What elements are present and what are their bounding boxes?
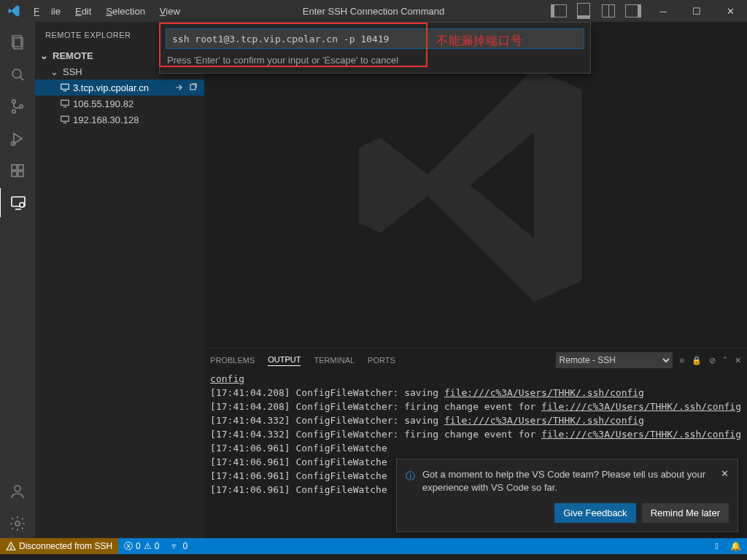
menu-bar: File Edit Selection View — [28, 3, 186, 20]
tab-terminal[interactable]: TERMINAL — [314, 356, 355, 365]
svg-rect-19 — [190, 85, 196, 90]
ssh-host-label: 192.168.30.128 — [73, 114, 139, 125]
layout-bottom-icon[interactable] — [572, 0, 595, 22]
ssh-host-label: 3.tcp.vip.cpolar.cn — [73, 82, 149, 93]
connect-arrow-icon[interactable] — [174, 82, 184, 93]
source-control-icon[interactable] — [0, 92, 35, 121]
annotation-text: 不能漏掉端口号 — [436, 34, 523, 49]
svg-rect-20 — [61, 100, 69, 105]
toast-message: Got a moment to help the VS Code team? P… — [422, 468, 713, 494]
layout-left-icon[interactable] — [547, 0, 570, 22]
status-remote-label: Disconnected from SSH — [19, 541, 112, 551]
vscode-watermark-icon — [343, 52, 608, 318]
tab-output[interactable]: OUTPUT — [268, 355, 301, 366]
svg-point-25 — [10, 548, 11, 549]
extensions-icon[interactable] — [0, 156, 35, 185]
title-bar: File Edit Selection View Enter SSH Conne… — [0, 0, 747, 22]
monitor-icon — [60, 82, 70, 93]
bottom-panel: PROBLEMS OUTPUT TERMINAL PORTS Remote - … — [204, 348, 747, 538]
sidebar: REMOTE EXPLORER ⌄REMOTE ⌄SSH 3.tcp.vip.c… — [35, 22, 204, 538]
settings-gear-icon[interactable] — [0, 509, 35, 538]
panel-expand-icon[interactable]: ˄ — [723, 356, 727, 365]
quick-input-hint: Press 'Enter' to confirm your input or '… — [160, 55, 590, 73]
feedback-toast: ⓘ Got a moment to help the VS Code team?… — [396, 459, 738, 532]
error-count-icon: ⓧ — [124, 540, 133, 553]
vscode-logo-icon — [7, 4, 20, 18]
window-title: Enter SSH Connection Command — [303, 6, 444, 17]
quick-input: ssh root1@3.tcp.vip.cpolar.cn -p 10419 P… — [159, 22, 591, 74]
info-icon: ⓘ — [406, 470, 415, 483]
remind-later-button[interactable]: Remind Me later — [642, 503, 729, 523]
editor-area: PROBLEMS OUTPUT TERMINAL PORTS Remote - … — [204, 22, 747, 538]
lock-icon[interactable]: 🔒 — [692, 356, 702, 365]
monitor-icon — [60, 114, 70, 125]
tab-ports[interactable]: PORTS — [368, 356, 395, 365]
svg-point-5 — [12, 110, 16, 114]
tab-problems[interactable]: PROBLEMS — [210, 356, 255, 365]
menu-edit[interactable]: Edit — [69, 3, 97, 20]
menu-selection[interactable]: Selection — [100, 3, 150, 20]
output-channel-select[interactable]: Remote - SSH — [556, 352, 673, 368]
search-icon[interactable] — [0, 60, 35, 89]
ssh-host-row[interactable]: 106.55.190.82 — [35, 96, 204, 112]
explorer-icon[interactable] — [0, 28, 35, 57]
menu-view[interactable]: View — [154, 3, 186, 20]
clear-icon[interactable]: ⊘ — [709, 356, 716, 365]
svg-line-3 — [20, 77, 23, 80]
panel-close-icon[interactable]: ✕ — [735, 356, 741, 365]
ssh-host-label: 106.55.190.82 — [73, 98, 133, 109]
svg-rect-9 — [12, 171, 17, 176]
svg-rect-22 — [61, 116, 69, 121]
svg-rect-11 — [18, 165, 23, 170]
ssh-host-row[interactable]: 192.168.30.128 — [35, 112, 204, 128]
tree-group-label: SSH — [63, 66, 82, 77]
tree-section-label: REMOTE — [53, 50, 93, 61]
give-feedback-button[interactable]: Give Feedback — [554, 503, 635, 523]
svg-point-7 — [12, 142, 15, 146]
status-bell-icon[interactable]: 🔔 — [724, 541, 747, 551]
window-close[interactable]: ✕ — [713, 0, 747, 22]
svg-point-6 — [20, 105, 23, 109]
monitor-icon — [60, 98, 70, 109]
layout-split-icon[interactable] — [597, 0, 620, 22]
accounts-icon[interactable] — [0, 477, 35, 506]
status-remote[interactable]: Disconnected from SSH — [0, 538, 118, 554]
antenna-icon: ᯤ — [171, 541, 179, 551]
ssh-host-row[interactable]: 3.tcp.vip.cpolar.cn — [35, 79, 204, 96]
layout-right-icon[interactable] — [622, 0, 645, 22]
menu-file[interactable]: File — [28, 3, 66, 20]
new-window-icon[interactable] — [188, 82, 198, 93]
svg-rect-8 — [12, 165, 17, 170]
remote-explorer-icon[interactable] — [0, 188, 36, 217]
svg-point-4 — [12, 100, 16, 104]
status-ports[interactable]: ᯤ0 — [165, 538, 193, 554]
warning-icon — [6, 541, 16, 551]
svg-point-16 — [15, 521, 20, 526]
run-debug-icon[interactable] — [0, 124, 35, 153]
svg-point-15 — [15, 486, 20, 491]
status-feedback-icon[interactable]: 𖨫 — [710, 541, 724, 551]
filter-icon[interactable]: ≡ — [680, 356, 684, 365]
window-minimize[interactable]: ─ — [646, 0, 680, 22]
toast-close-icon[interactable]: ✕ — [721, 468, 729, 479]
status-bar: Disconnected from SSH ⓧ0 ⚠0 ᯤ0 𖨫 🔔 — [0, 538, 747, 554]
svg-point-14 — [20, 203, 24, 207]
status-problems[interactable]: ⓧ0 ⚠0 — [118, 538, 165, 554]
window-maximize[interactable]: ☐ — [680, 0, 713, 22]
svg-rect-10 — [18, 171, 23, 176]
activity-bar — [0, 22, 35, 538]
svg-rect-17 — [61, 84, 69, 89]
warning-count-icon: ⚠ — [144, 541, 152, 551]
